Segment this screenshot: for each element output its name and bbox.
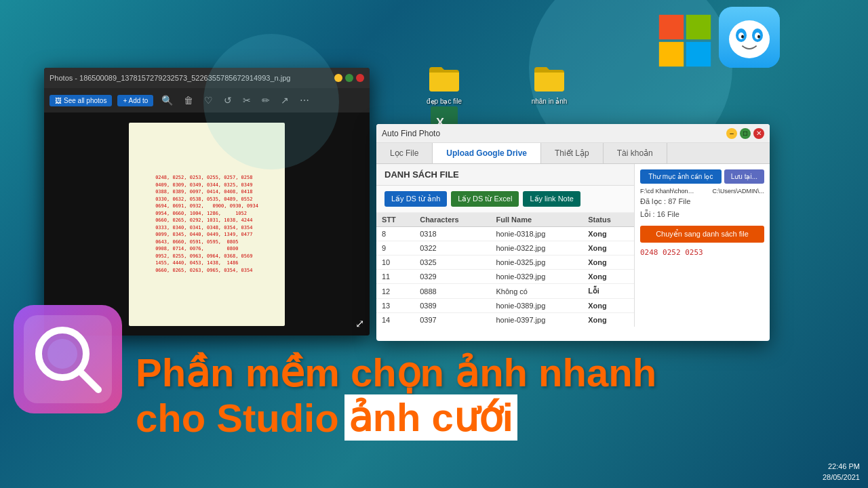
photo-viewer-window: Photos - 186500089_1378157279232573_5226… bbox=[44, 68, 370, 336]
col-status: Status bbox=[583, 213, 634, 227]
see-all-photos-btn[interactable]: 🖼 See all photos bbox=[50, 95, 112, 106]
add-to-btn[interactable]: + Add to bbox=[117, 95, 153, 106]
photo-image-text: 0248, 0252, 0253, 0255, 0257, 0258 0409,… bbox=[129, 123, 285, 326]
tab-thiet-lap[interactable]: Thiết Lập bbox=[541, 143, 604, 163]
cell-status: Lỗi bbox=[583, 284, 634, 299]
photo-content-area: 0248, 0252, 0253, 0255, 0257, 0258 0409,… bbox=[44, 113, 370, 336]
tab-tai-khoan[interactable]: Tài khoản bbox=[604, 143, 667, 163]
tab-upload-google-drive[interactable]: Upload Google Drive bbox=[433, 143, 541, 163]
lay-ds-tu-anh-btn[interactable]: Lấy DS từ ảnh bbox=[384, 191, 447, 207]
app-sidebar: Thư mục ảnh cần lọc Lưu tại... F:\cd Kha… bbox=[634, 164, 770, 327]
tab-loc-file[interactable]: Lọc File bbox=[376, 143, 433, 163]
app-title-bar: Auto Find Photo – □ ✕ bbox=[376, 124, 770, 143]
stats-loi: Lỗi : 16 File bbox=[640, 210, 764, 219]
cell-full-name: honie-0325.jpg bbox=[490, 256, 583, 270]
cell-stt: 12 bbox=[376, 284, 414, 299]
cell-status: Xong bbox=[583, 241, 634, 256]
save-path: C:\Users\ADMIN\... bbox=[712, 188, 764, 195]
file-section-title: DANH SÁCH FILE bbox=[376, 164, 634, 186]
big-title-line2a: cho Studio bbox=[136, 395, 339, 441]
photo-toolbar: 🖼 See all photos + Add to 🔍 🗑 ♡ ↺ ✂ ✏ ↗ … bbox=[44, 88, 370, 113]
sidebar-code-text: 0248 0252 0253 bbox=[640, 248, 764, 257]
thu-muc-anh-btn[interactable]: Thư mục ảnh cần lọc bbox=[640, 169, 722, 184]
clock: 22:46 PM 28/05/2021 bbox=[823, 462, 860, 483]
photo-window-controls bbox=[334, 74, 364, 82]
app-main: DANH SÁCH FILE Lấy DS từ ảnh Lấy DS từ E… bbox=[376, 164, 634, 327]
app-logo bbox=[14, 305, 122, 413]
photo-close-btn[interactable] bbox=[356, 74, 364, 82]
app-tabs: Lọc File Upload Google Drive Thiết Lập T… bbox=[376, 143, 770, 164]
file-actions-bar: Lấy DS từ ảnh Lấy DS từ Excel Lấy link N… bbox=[376, 186, 634, 213]
cell-full-name: honie-0318.jpg bbox=[490, 227, 583, 241]
cell-full-name: honie-0389.jpg bbox=[490, 299, 583, 313]
edit-icon[interactable]: ✏ bbox=[259, 94, 273, 107]
photo-title-bar: Photos - 186500089_1378157279232573_5226… bbox=[44, 68, 370, 88]
cell-status: Xong bbox=[583, 299, 634, 313]
more-icon[interactable]: ⋯ bbox=[297, 94, 312, 107]
photo-minimize-btn[interactable] bbox=[334, 74, 342, 82]
file-table-body: 8 0318 honie-0318.jpg Xong 9 0322 honie-… bbox=[376, 227, 634, 327]
clock-time: 22:46 PM bbox=[823, 462, 860, 472]
desktop-icon-folder2[interactable]: nhân in ảnh bbox=[522, 61, 576, 105]
cell-characters: 0325 bbox=[414, 256, 490, 270]
app-window-controls: – □ ✕ bbox=[726, 128, 764, 139]
svg-point-19 bbox=[47, 339, 77, 369]
lay-link-note-btn[interactable]: Lấy link Note bbox=[523, 191, 580, 207]
cell-stt: 9 bbox=[376, 241, 414, 256]
share-icon[interactable]: ↗ bbox=[278, 94, 292, 107]
stats-da-loc: Đã lọc : 87 File bbox=[640, 197, 764, 206]
windows-logo bbox=[658, 14, 712, 68]
clock-date: 28/05/2021 bbox=[823, 472, 860, 483]
heart-icon[interactable]: ♡ bbox=[201, 94, 216, 107]
rotate-icon[interactable]: ↺ bbox=[221, 94, 235, 107]
expand-icon[interactable]: ⤢ bbox=[355, 317, 364, 330]
crop-icon[interactable]: ✂ bbox=[240, 94, 254, 107]
zoom-in-icon[interactable]: 🔍 bbox=[159, 94, 176, 107]
svg-rect-2 bbox=[659, 42, 684, 66]
table-row: 14 0397 honie-0397.jpg Xong bbox=[376, 313, 634, 327]
cell-characters: 0397 bbox=[414, 313, 490, 327]
svg-point-11 bbox=[741, 35, 744, 39]
cell-characters: 0322 bbox=[414, 241, 490, 256]
cell-stt: 11 bbox=[376, 270, 414, 284]
col-characters: Characters bbox=[414, 213, 490, 227]
table-row: 12 0888 Không có Lỗi bbox=[376, 284, 634, 299]
cell-stt: 8 bbox=[376, 227, 414, 241]
desktop-icon-folder1-label: đẹp bạc file bbox=[427, 98, 462, 105]
desktop: đẹp bạc file nhân in ảnh X Photos - 1865… bbox=[0, 0, 868, 488]
cell-status: Xong bbox=[583, 270, 634, 284]
cell-full-name: honie-0322.jpg bbox=[490, 241, 583, 256]
lay-ds-tu-excel-btn[interactable]: Lấy DS từ Excel bbox=[451, 191, 519, 207]
luu-tai-btn[interactable]: Lưu tại... bbox=[724, 169, 764, 184]
svg-rect-3 bbox=[686, 42, 711, 66]
cell-characters: 0318 bbox=[414, 227, 490, 241]
chuyen-sang-ds-btn[interactable]: Chuyển sang danh sách file bbox=[640, 226, 764, 243]
app-minimize-btn[interactable]: – bbox=[726, 128, 737, 139]
app-title-text: Auto Find Photo bbox=[382, 129, 440, 138]
table-row: 8 0318 honie-0318.jpg Xong bbox=[376, 227, 634, 241]
big-title-line1: Phần mềm chọn ảnh nhanh bbox=[136, 351, 854, 394]
col-stt: STT bbox=[376, 213, 414, 227]
file-table-header: STT Characters Full Name Status bbox=[376, 213, 634, 227]
cell-status: Xong bbox=[583, 227, 634, 241]
svg-rect-1 bbox=[686, 15, 711, 39]
cell-stt: 14 bbox=[376, 313, 414, 327]
photo-maximize-btn[interactable] bbox=[345, 74, 353, 82]
app-body: DANH SÁCH FILE Lấy DS từ ảnh Lấy DS từ E… bbox=[376, 164, 770, 327]
desktop-icon-folder1[interactable]: đẹp bạc file bbox=[417, 61, 471, 105]
svg-point-6 bbox=[729, 20, 770, 58]
finder-icon bbox=[719, 7, 780, 68]
table-row: 13 0389 honie-0389.jpg Xong bbox=[376, 299, 634, 313]
file-table: STT Characters Full Name Status 8 0318 h… bbox=[376, 213, 634, 327]
table-row: 11 0329 honie-0329.jpg Xong bbox=[376, 270, 634, 284]
table-row: 9 0322 honie-0322.jpg Xong bbox=[376, 241, 634, 256]
big-title: Phần mềm chọn ảnh nhanh cho Studio ảnh c… bbox=[136, 351, 854, 441]
cell-status: Xong bbox=[583, 256, 634, 270]
app-close-btn[interactable]: ✕ bbox=[753, 128, 764, 139]
delete-icon[interactable]: 🗑 bbox=[181, 94, 196, 107]
cell-full-name: Không có bbox=[490, 284, 583, 299]
app-maximize-btn[interactable]: □ bbox=[740, 128, 751, 139]
cell-characters: 0329 bbox=[414, 270, 490, 284]
big-title-line2b: ảnh cưới bbox=[344, 394, 517, 441]
photo-image: 0248, 0252, 0253, 0255, 0257, 0258 0409,… bbox=[129, 123, 285, 326]
